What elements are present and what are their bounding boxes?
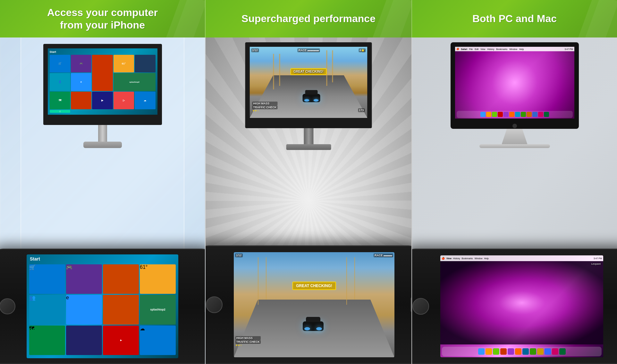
- iphone-mac-history: History: [453, 257, 460, 260]
- panel2-speed: 173: [358, 108, 365, 112]
- tile-maps: 🗺: [50, 92, 70, 109]
- panel1-iphone-screen: Start 🛒 🎮 61° 👥 e splashtop2: [27, 254, 178, 358]
- tile-splashtop: splashtop2: [114, 73, 156, 91]
- mac-window: Window: [509, 48, 517, 50]
- iphone-cable1: [258, 257, 258, 305]
- mac-history: History: [487, 48, 494, 50]
- panel3-iphone-home-btn[interactable]: [412, 298, 429, 315]
- content-row: Start 🛒 🎮 61° 👤 e splashtop2 🗺: [0, 37, 617, 364]
- mac-edit: Edit: [475, 48, 478, 50]
- mac-help: Help: [519, 48, 524, 50]
- panel1-content: Start 🛒 🎮 61° 👤 e splashtop2 🗺: [0, 37, 205, 364]
- iphone-tile-ie: e: [66, 295, 102, 324]
- panel3-iphone-body: 🍎 View History Bookmarks Window Help 3:4…: [412, 249, 617, 364]
- iphone-dock-2: [486, 348, 492, 355]
- iphone-dock-7: [522, 348, 529, 355]
- panel2-monitor-neck: [304, 128, 313, 144]
- iphone-car-top: [306, 317, 320, 322]
- iphone-dock-1: [478, 348, 485, 355]
- tile-news: [71, 92, 91, 109]
- panel1-win8-screen: Start 🛒 🎮 61° 👤 e splashtop2 🗺: [48, 48, 157, 115]
- mac-time: 3:47 PM: [564, 48, 573, 50]
- dock-icon-10: [532, 112, 537, 117]
- panel2-bridge-cable1: [273, 54, 274, 89]
- dock-icon-3: [492, 112, 497, 117]
- dock-icon-6: [509, 112, 514, 117]
- tile-cloud: ☁: [135, 92, 155, 109]
- panel3-monitor-neck: [502, 129, 528, 144]
- panel2-great-checking: GREAT CHECKING!: [290, 68, 327, 75]
- tile-ie: e: [71, 73, 91, 91]
- iphone-tile-genre: [66, 326, 102, 355]
- header-panel3-title: Both PC and Mac: [472, 12, 557, 25]
- mac-menubar-right: 3:47 PM: [564, 48, 573, 50]
- panel3-monitor: 🍎 Safari File Edit View History Bookmark…: [451, 42, 579, 148]
- panel2-stars: ★★☆: [252, 109, 278, 112]
- panel2-iphone-home-btn[interactable]: [206, 296, 223, 313]
- panel2-monitor-bezel: [245, 122, 372, 128]
- panel2-monitor-screen: 1/12 RACE ▬▬▬▬ 6⭐ GREAT CHECKING! HIGH M…: [245, 42, 372, 122]
- panel2-hud: 1/12 RACE ▬▬▬▬ 6⭐: [251, 48, 366, 52]
- iphone-mac-apple: 🍎: [442, 257, 445, 260]
- panel2-headlight-left: [304, 99, 309, 102]
- iphone-car-hl-left: [304, 327, 310, 330]
- dock-icon-2: [486, 112, 491, 117]
- panel1-iphone-start: Start: [27, 254, 178, 263]
- iphone-race: RACE ▬▬▬: [374, 253, 393, 257]
- iphone-tile-cloud: ☁: [140, 326, 176, 355]
- mac-safari-label: Safari: [461, 48, 467, 50]
- iphone-game-hud: 1/12 RACE ▬▬▬: [235, 253, 393, 257]
- panel2-content: 1/12 RACE ▬▬▬▬ 6⭐ GREAT CHECKING! HIGH M…: [206, 37, 411, 364]
- mac-apple-menu: 🍎: [456, 48, 459, 50]
- panel1-monitor: Start 🛒 🎮 61° 👤 e splashtop2 🗺: [43, 44, 162, 148]
- panel1-monitor-base: [83, 142, 122, 148]
- dock-icon-1: [480, 112, 486, 117]
- panel2-iphone-area: 1/12 RACE ▬▬▬ GREAT CHECKING! HIGH MASS …: [206, 245, 412, 364]
- iphone-tile-maps: 🗺: [29, 326, 65, 355]
- iphone-tile-store: 🛒: [29, 264, 65, 294]
- tile-music: ♫: [50, 110, 70, 113]
- iphone-mac-help: Help: [484, 257, 489, 260]
- panel2-iphone-body: 1/12 RACE ▬▬▬ GREAT CHECKING! HIGH MASS …: [206, 245, 412, 364]
- panel3-iphone-screen: 🍎 View History Bookmarks Window Help 3:4…: [440, 255, 603, 357]
- dock-icon-8: [521, 112, 526, 117]
- panel2-speed-val: 173: [358, 108, 365, 112]
- panel2-car: [303, 94, 320, 102]
- panel1-iphone-home-btn[interactable]: [0, 298, 15, 314]
- panel3-dock: [457, 111, 573, 118]
- dock-icon-7: [515, 112, 520, 117]
- tile-vid: ▷: [114, 92, 134, 109]
- panel2-bottom-hud: HIGH MASS TRAFFIC CHECK ★★☆: [252, 102, 278, 112]
- iphone-tile-games: 🎮: [66, 264, 102, 294]
- panel2-mission: HIGH MASS: [252, 102, 278, 105]
- panel1-iphone-area: Start 🛒 🎮 61° 👥 e splashtop2: [0, 249, 206, 364]
- panel2-pos: 1/12: [251, 48, 259, 52]
- panel2-bridge-cable4: [332, 50, 333, 82]
- header-panel2: Supercharged performance: [206, 0, 412, 37]
- iphone-cable3: [346, 257, 347, 305]
- iphone-dock-8: [530, 348, 536, 355]
- iphone-tile-weather: 61°: [140, 264, 176, 294]
- dock-icon-4: [498, 112, 503, 117]
- iphone-mac-view: View: [446, 257, 452, 260]
- panel3: 🍎 Safari File Edit View History Bookmark…: [412, 37, 617, 364]
- iphone-tile-face: [103, 295, 139, 324]
- panel1-monitor-bezel: [43, 119, 162, 125]
- iphone-tile-splashtop: splashtop2: [140, 295, 176, 324]
- iphone-traffic2: TRAFFIC CHECK: [235, 340, 261, 344]
- iphone-game-bottom: HIGH MASS TRAFFIC CHECK ★★☆: [235, 336, 261, 347]
- iphone-tile-nowplaying: ▶: [103, 326, 139, 355]
- main-container: Access your computer from your iPhone Su…: [0, 0, 617, 364]
- iphone-dock-5: [508, 348, 514, 355]
- panel3-iphone-dock: [442, 347, 602, 356]
- iphone-mission2: HIGH MASS: [235, 336, 261, 340]
- iphone-dock-11: [552, 348, 558, 355]
- panel3-monitor-screen: 🍎 Safari File Edit View History Bookmark…: [451, 42, 579, 123]
- tile-nowplaying: ▶: [92, 92, 113, 109]
- iphone-dock-6: [515, 348, 521, 355]
- iphone-cable2: [266, 257, 266, 299]
- panel2-car-top: [305, 90, 318, 95]
- header-panel2-title: Supercharged performance: [241, 12, 376, 25]
- tile-people: 👤: [50, 73, 70, 91]
- panel2: 1/12 RACE ▬▬▬▬ 6⭐ GREAT CHECKING! HIGH M…: [206, 37, 412, 364]
